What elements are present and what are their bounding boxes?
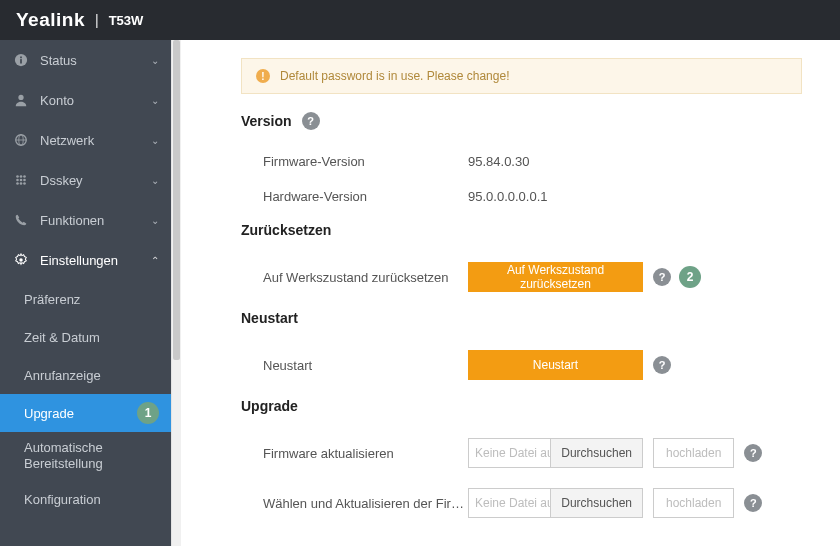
nav-label: Status bbox=[40, 53, 151, 68]
section-title: Neustart bbox=[241, 310, 298, 326]
row-upgrade-firmware: Firmware aktualisieren Keine Datei ausg … bbox=[241, 428, 802, 478]
section-restart: Neustart bbox=[241, 310, 802, 326]
field-value: 95.84.0.30 bbox=[468, 154, 643, 169]
field-label: Neustart bbox=[263, 358, 468, 373]
sidebar-item-dsskey[interactable]: Dsskey ⌄ bbox=[0, 160, 171, 200]
info-icon bbox=[12, 53, 30, 67]
section-reset: Zurücksetzen bbox=[241, 222, 802, 238]
warning-icon: ! bbox=[256, 69, 270, 83]
scroll-thumb[interactable] bbox=[173, 40, 180, 360]
chevron-down-icon: ⌄ bbox=[151, 175, 159, 186]
sub-label: Zeit & Datum bbox=[24, 330, 100, 345]
factory-reset-button[interactable]: Auf Werkszustand zurücksetzen bbox=[468, 262, 643, 292]
help-icon[interactable]: ? bbox=[744, 494, 762, 512]
nav-label: Einstellungen bbox=[40, 253, 151, 268]
row-factory-reset: Auf Werkszustand zurücksetzen Auf Werksz… bbox=[241, 252, 802, 302]
field-label: Wählen und Aktualisieren der Firmware de… bbox=[263, 496, 468, 511]
sidebar-sub-auto[interactable]: Automatische Bereitstellung bbox=[0, 432, 171, 480]
section-title: Version bbox=[241, 113, 292, 129]
row-upgrade-rom: Wählen und Aktualisieren der Firmware de… bbox=[241, 478, 802, 528]
brand-divider: | bbox=[95, 12, 99, 28]
nav-label: Konto bbox=[40, 93, 151, 108]
user-icon bbox=[12, 93, 30, 107]
sub-label: Anrufanzeige bbox=[24, 368, 101, 383]
sidebar-item-status[interactable]: Status ⌄ bbox=[0, 40, 171, 80]
step-badge-2: 2 bbox=[679, 266, 701, 288]
gear-icon bbox=[12, 253, 30, 267]
upload-button[interactable]: hochladen bbox=[653, 438, 734, 468]
sidebar-item-konto[interactable]: Konto ⌄ bbox=[0, 80, 171, 120]
sidebar-sub-upgrade[interactable]: Upgrade 1 bbox=[0, 394, 171, 432]
browse-button[interactable]: Durchsuchen bbox=[550, 489, 642, 517]
nav-label: Dsskey bbox=[40, 173, 151, 188]
help-icon[interactable]: ? bbox=[653, 268, 671, 286]
scrollbar[interactable] bbox=[171, 40, 181, 546]
sub-label: Konfiguration bbox=[24, 492, 101, 507]
chevron-up-icon: ⌃ bbox=[151, 255, 159, 266]
row-firmware-version: Firmware-Version 95.84.0.30 bbox=[241, 144, 802, 179]
sub-label: Präferenz bbox=[24, 292, 80, 307]
svg-rect-2 bbox=[20, 57, 22, 59]
file-placeholder: Keine Datei ausg bbox=[469, 439, 550, 467]
phone-icon bbox=[12, 213, 30, 227]
sidebar-item-funktionen[interactable]: Funktionen ⌄ bbox=[0, 200, 171, 240]
password-alert: ! Default password is in use. Please cha… bbox=[241, 58, 802, 94]
svg-point-3 bbox=[18, 95, 23, 100]
help-icon[interactable]: ? bbox=[744, 444, 762, 462]
sidebar-sub-anrufanzeige[interactable]: Anrufanzeige bbox=[0, 356, 171, 394]
sidebar: Status ⌄ Konto ⌄ Netzwerk ⌄ Dsskey ⌄ bbox=[0, 40, 171, 546]
browse-button[interactable]: Durchsuchen bbox=[550, 439, 642, 467]
field-label: Firmware aktualisieren bbox=[263, 446, 468, 461]
file-placeholder: Keine Datei ausg bbox=[469, 489, 550, 517]
section-version: Version ? bbox=[241, 112, 802, 130]
section-upgrade: Upgrade bbox=[241, 398, 802, 414]
field-label: Firmware-Version bbox=[263, 154, 468, 169]
field-value: 95.0.0.0.0.0.1 bbox=[468, 189, 643, 204]
alert-text: Default password is in use. Please chang… bbox=[280, 69, 509, 83]
sidebar-sub-zeit[interactable]: Zeit & Datum bbox=[0, 318, 171, 356]
topbar: Yealink | T53W bbox=[0, 0, 840, 40]
svg-point-15 bbox=[23, 182, 26, 185]
section-title: Zurücksetzen bbox=[241, 222, 331, 238]
chevron-down-icon: ⌄ bbox=[151, 55, 159, 66]
svg-point-10 bbox=[16, 179, 19, 182]
svg-point-9 bbox=[23, 175, 26, 178]
help-icon[interactable]: ? bbox=[302, 112, 320, 130]
row-hardware-version: Hardware-Version 95.0.0.0.0.0.1 bbox=[241, 179, 802, 214]
chevron-down-icon: ⌄ bbox=[151, 135, 159, 146]
svg-point-12 bbox=[23, 179, 26, 182]
svg-point-13 bbox=[16, 182, 19, 185]
svg-point-7 bbox=[16, 175, 19, 178]
nav-label: Netzwerk bbox=[40, 133, 151, 148]
help-icon[interactable]: ? bbox=[653, 356, 671, 374]
file-input-rom[interactable]: Keine Datei ausg Durchsuchen bbox=[468, 488, 643, 518]
restart-button[interactable]: Neustart bbox=[468, 350, 643, 380]
brand-logo: Yealink bbox=[16, 9, 85, 31]
chevron-down-icon: ⌄ bbox=[151, 95, 159, 106]
row-restart: Neustart Neustart ? bbox=[241, 340, 802, 390]
field-label: Auf Werkszustand zurücksetzen bbox=[263, 270, 468, 285]
sub-label: Upgrade bbox=[24, 406, 74, 421]
svg-rect-1 bbox=[20, 59, 22, 63]
sidebar-item-netzwerk[interactable]: Netzwerk ⌄ bbox=[0, 120, 171, 160]
chevron-down-icon: ⌄ bbox=[151, 215, 159, 226]
section-title: Upgrade bbox=[241, 398, 298, 414]
nav-label: Funktionen bbox=[40, 213, 151, 228]
sidebar-sub-konfiguration[interactable]: Konfiguration bbox=[0, 480, 171, 518]
sidebar-sub-praferenz[interactable]: Präferenz bbox=[0, 280, 171, 318]
svg-point-11 bbox=[20, 179, 23, 182]
keypad-icon bbox=[12, 173, 30, 187]
globe-icon bbox=[12, 133, 30, 147]
model-label: T53W bbox=[109, 13, 144, 28]
step-badge-1: 1 bbox=[137, 402, 159, 424]
svg-point-14 bbox=[20, 182, 23, 185]
sub-label: Automatische Bereitstellung bbox=[24, 440, 159, 472]
svg-point-16 bbox=[19, 258, 23, 262]
file-input-firmware[interactable]: Keine Datei ausg Durchsuchen bbox=[468, 438, 643, 468]
sidebar-item-einstellungen[interactable]: Einstellungen ⌃ bbox=[0, 240, 171, 280]
main-content: ! Default password is in use. Please cha… bbox=[181, 40, 840, 546]
field-label: Hardware-Version bbox=[263, 189, 468, 204]
svg-point-8 bbox=[20, 175, 23, 178]
upload-button[interactable]: hochladen bbox=[653, 488, 734, 518]
